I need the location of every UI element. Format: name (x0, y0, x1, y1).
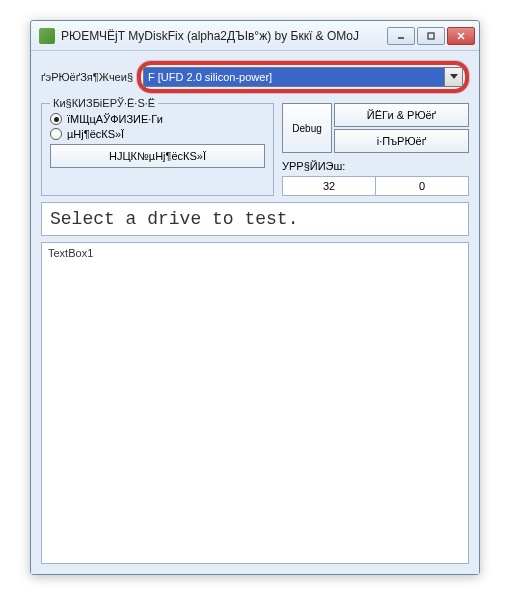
client-area: ґэРЮёґЗя¶Жчеи§ F [UFD 2.0 silicon-power]… (31, 51, 479, 574)
stats-label: УРР§ЙИЭш: (282, 160, 469, 172)
debug-button[interactable]: Debug (282, 103, 332, 153)
minimize-button[interactable] (387, 27, 415, 45)
drive-label: ґэРЮёґЗя¶Жчеи§ (41, 71, 133, 83)
format-button[interactable]: НЈЦК№µНј¶ёcКЅ»Ї (50, 144, 265, 168)
drive-dropdown-highlight: F [UFD 2.0 silicon-power] (137, 61, 469, 93)
scan-fix-button[interactable]: ЙЁГи & РЮёґ (334, 103, 469, 127)
options-row: Ки§КИЗБіЕРЎ·Ё·Ѕ·Ё їМЩцАЎФИЗИЕ·Ги µНј¶ёсК… (41, 103, 469, 196)
drive-dropdown-value: F [UFD 2.0 silicon-power] (144, 68, 444, 86)
radio-label-1: їМЩцАЎФИЗИЕ·Ги (67, 113, 163, 125)
action-buttons: ЙЁГи & РЮёґ і·ПъРЮёґ (334, 103, 469, 153)
radio-option-2[interactable]: µНј¶ёсКЅ»Ї (50, 128, 265, 140)
maximize-button[interactable] (417, 27, 445, 45)
stats-table: 32 0 (282, 176, 469, 196)
stats-cell-2: 0 (376, 177, 468, 195)
svg-rect-1 (428, 33, 434, 39)
app-icon (39, 28, 55, 44)
radio-icon (50, 113, 62, 125)
actions-top-row: Debug ЙЁГи & РЮёґ і·ПъРЮёґ (282, 103, 469, 153)
drive-selector-row: ґэРЮёґЗя¶Жчеи§ F [UFD 2.0 silicon-power] (41, 61, 469, 93)
svg-marker-4 (450, 74, 458, 79)
close-button[interactable] (447, 27, 475, 45)
stats-cell-1: 32 (283, 177, 376, 195)
radio-icon (50, 128, 62, 140)
log-textbox[interactable]: TextBox1 (41, 242, 469, 564)
drive-dropdown[interactable]: F [UFD 2.0 silicon-power] (143, 67, 463, 87)
titlebar: РЮЕМЧЁјТ MyDiskFix (alpha2ДЪІв°ж) by Бкк… (31, 21, 479, 51)
window-controls (387, 27, 475, 45)
status-message: Select a drive to test. (41, 202, 469, 236)
app-window: РЮЕМЧЁјТ MyDiskFix (alpha2ДЪІв°ж) by Бкк… (30, 20, 480, 575)
minimize-icon (396, 31, 406, 41)
mode-group-title: Ки§КИЗБіЕРЎ·Ё·Ѕ·Ё (50, 97, 158, 109)
maximize-icon (426, 31, 436, 41)
dropdown-button[interactable] (444, 68, 462, 86)
mode-group: Ки§КИЗБіЕРЎ·Ё·Ѕ·Ё їМЩцАЎФИЗИЕ·Ги µНј¶ёсК… (41, 103, 274, 196)
undo-fix-button[interactable]: і·ПъРЮёґ (334, 129, 469, 153)
radio-label-2: µНј¶ёсКЅ»Ї (67, 128, 124, 140)
close-icon (456, 31, 466, 41)
radio-option-1[interactable]: їМЩцАЎФИЗИЕ·Ги (50, 113, 265, 125)
window-title: РЮЕМЧЁјТ MyDiskFix (alpha2ДЪІв°ж) by Бкк… (61, 29, 387, 43)
chevron-down-icon (450, 74, 458, 80)
actions-column: Debug ЙЁГи & РЮёґ і·ПъРЮёґ УРР§ЙИЭш: 32 … (282, 103, 469, 196)
